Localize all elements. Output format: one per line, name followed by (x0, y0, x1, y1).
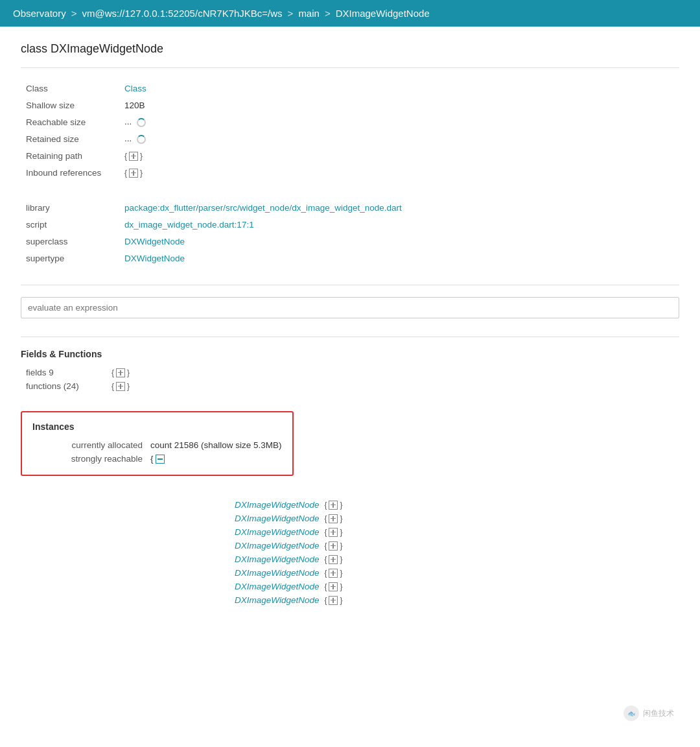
expand-instance-6[interactable]: { } (324, 582, 342, 591)
expand-functions[interactable]: { } (111, 382, 130, 391)
instances-label-reachable: strongly reachable (32, 454, 143, 464)
expand-instance-3[interactable]: { } (324, 541, 342, 551)
label-retained-size: Retained size (21, 134, 124, 144)
value-class[interactable]: Class (124, 84, 146, 93)
watermark-text: 闲鱼技术 (643, 708, 674, 719)
expand-box-instance-3 (329, 541, 338, 551)
info-row-retained-size: Retained size ... (21, 130, 679, 147)
expand-box-instance-7 (329, 596, 338, 605)
instances-title: Instances (32, 421, 282, 432)
label-library: library (21, 203, 124, 213)
evaluate-section (21, 297, 679, 318)
instance-list: DXImageWidgetNode { } DXImageWidgetNode … (21, 498, 679, 607)
label-superclass: superclass (21, 237, 124, 246)
ff-label-fields: fields 9 (26, 368, 104, 377)
instance-link-4[interactable]: DXImageWidgetNode (235, 554, 319, 564)
expand-box-instance-6 (329, 582, 338, 591)
info-section-1: Class Class Shallow size 120B Reachable … (21, 80, 679, 181)
expand-box-instance-5 (329, 569, 338, 578)
fields-functions-title: Fields & Functions (21, 349, 679, 359)
value-reachable-size: ... (124, 117, 146, 126)
instance-item: DXImageWidgetNode { } (235, 580, 679, 593)
value-supertype[interactable]: DXWidgetNode (124, 254, 185, 263)
instances-row-reachable: strongly reachable { (32, 452, 282, 466)
label-class: Class (21, 84, 124, 93)
expand-box-functions (116, 382, 125, 391)
instances-wrapper: Instances currently allocated count 2158… (21, 411, 679, 488)
expand-open-icon[interactable] (156, 455, 165, 464)
expand-box-instance-2 (329, 528, 338, 537)
instance-link-6[interactable]: DXImageWidgetNode (235, 582, 319, 591)
sep3: > (325, 8, 331, 19)
value-library[interactable]: package:dx_flutter/parser/src/widget_nod… (124, 203, 402, 213)
instances-value-reachable: { (150, 454, 165, 464)
value-inbound-refs: { } (124, 168, 143, 178)
expand-box-instance-1 (329, 514, 338, 523)
instance-link-7[interactable]: DXImageWidgetNode (235, 595, 319, 605)
info-row-retaining-path: Retaining path { } (21, 147, 679, 164)
page-title: class DXImageWidgetNode (21, 42, 679, 56)
label-reachable-size: Reachable size (21, 117, 124, 127)
divider-top (21, 67, 679, 68)
expand-instance-2[interactable]: { } (324, 528, 342, 537)
breadcrumb-observatory[interactable]: Observatory (13, 8, 66, 19)
info-row-reachable-size: Reachable size ... (21, 113, 679, 130)
expand-instance-7[interactable]: { } (324, 596, 342, 605)
info-row-supertype: supertype DXWidgetNode (21, 250, 679, 267)
watermark: 🐟 闲鱼技术 (624, 706, 674, 721)
instance-link-0[interactable]: DXImageWidgetNode (235, 500, 319, 510)
expand-instance-1[interactable]: { } (324, 514, 342, 523)
instances-row-allocated: currently allocated count 21586 (shallow… (32, 438, 282, 452)
instance-item: DXImageWidgetNode { } (235, 566, 679, 580)
info-row-script: script dx_image_widget_node.dart:17:1 (21, 216, 679, 233)
instance-link-1[interactable]: DXImageWidgetNode (235, 514, 319, 523)
breadcrumb-main[interactable]: main (298, 8, 320, 19)
divider-mid2 (21, 337, 679, 337)
instance-item: DXImageWidgetNode { } (235, 525, 679, 539)
sep2: > (288, 8, 294, 19)
expand-box-instance-0 (329, 501, 338, 510)
instances-section: Instances currently allocated count 2158… (21, 411, 294, 476)
ff-row-fields: fields 9 { } (21, 366, 679, 379)
watermark-icon: 🐟 (624, 706, 639, 721)
expand-retaining-path[interactable]: { } (124, 152, 143, 161)
expand-instance-0[interactable]: { } (324, 501, 342, 510)
info-row-shallow-size: Shallow size 120B (21, 97, 679, 113)
label-supertype: supertype (21, 254, 124, 263)
instance-item: DXImageWidgetNode { } (235, 539, 679, 552)
expand-instance-5[interactable]: { } (324, 569, 342, 578)
expand-box-instance-4 (329, 555, 338, 564)
label-shallow-size: Shallow size (21, 101, 124, 110)
expand-fields[interactable]: { } (111, 368, 130, 377)
value-retaining-path: { } (124, 151, 143, 161)
expand-instance-4[interactable]: { } (324, 555, 342, 564)
sep1: > (71, 8, 77, 19)
value-shallow-size: 120B (124, 101, 145, 110)
instances-label-allocated: currently allocated (32, 440, 143, 450)
info-row-class: Class Class (21, 80, 679, 97)
value-retained-size: ... (124, 134, 146, 143)
instance-item: DXImageWidgetNode { } (235, 512, 679, 525)
info-row-library: library package:dx_flutter/parser/src/wi… (21, 199, 679, 216)
loading-spinner-reachable (137, 118, 146, 127)
label-inbound-refs: Inbound references (21, 168, 124, 178)
header-bar: Observatory > vm@ws://127.0.0.1:52205/cN… (0, 0, 700, 27)
divider-mid (21, 285, 679, 285)
value-script[interactable]: dx_image_widget_node.dart:17:1 (124, 220, 254, 230)
info-section-2: library package:dx_flutter/parser/src/wi… (21, 199, 679, 267)
ff-label-functions: functions (24) (26, 381, 104, 391)
instance-item: DXImageWidgetNode { } (235, 552, 679, 566)
info-row-superclass: superclass DXWidgetNode (21, 233, 679, 250)
fields-functions-section: Fields & Functions fields 9 { } function… (21, 349, 679, 393)
instance-link-3[interactable]: DXImageWidgetNode (235, 541, 319, 551)
evaluate-input[interactable] (21, 297, 679, 318)
value-superclass[interactable]: DXWidgetNode (124, 237, 185, 246)
label-script: script (21, 220, 124, 230)
expand-inbound-refs[interactable]: { } (124, 169, 143, 178)
page-content: class DXImageWidgetNode Class Class Shal… (0, 27, 700, 622)
instance-link-2[interactable]: DXImageWidgetNode (235, 527, 319, 537)
breadcrumb-current: DXImageWidgetNode (336, 8, 430, 19)
instance-link-5[interactable]: DXImageWidgetNode (235, 568, 319, 578)
expand-box-icon (129, 152, 138, 161)
breadcrumb-vm[interactable]: vm@ws://127.0.0.1:52205/cNR7K7hJKBc=/ws (82, 8, 282, 19)
